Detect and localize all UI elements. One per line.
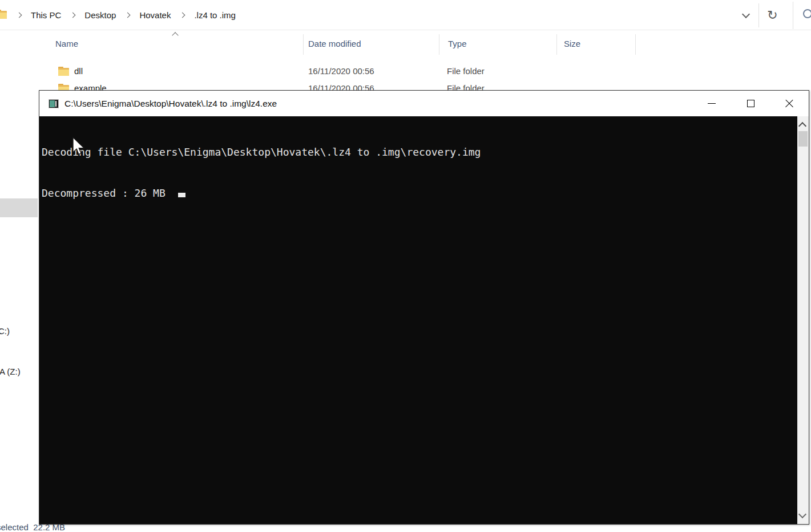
file-type: File folder (447, 66, 485, 76)
nav-pane-drive-z-label[interactable]: A (Z:) (0, 367, 21, 376)
toolbar-separator (793, 2, 793, 29)
file-row-dll[interactable]: dll 16/11/2020 00:56 File folder (38, 63, 636, 80)
console-output-line: Decompressed : 26 MB (42, 187, 166, 199)
chevron-right-icon (125, 12, 131, 18)
column-separator[interactable] (303, 34, 304, 55)
column-header-name[interactable]: Name (55, 39, 78, 48)
folder-icon (0, 10, 7, 19)
breadcrumb-desktop[interactable]: Desktop (84, 10, 116, 20)
chevron-down-icon (742, 10, 750, 18)
refresh-icon: ↻ (767, 9, 777, 22)
chevron-right-icon (180, 12, 185, 18)
column-separator[interactable] (635, 34, 636, 55)
address-dropdown-button[interactable] (733, 3, 758, 28)
window-controls (692, 91, 809, 116)
breadcrumb-this-pc[interactable]: This PC (31, 10, 61, 20)
file-date-modified: 16/11/2020 00:56 (308, 66, 374, 76)
console-title-bar[interactable]: C:\Users\Enigma\Desktop\Hovatek\.lz4 to … (39, 91, 809, 116)
block-cursor (178, 193, 185, 197)
console-window-title: C:\Users\Enigma\Desktop\Hovatek\.lz4 to … (64, 99, 277, 109)
minimize-icon (708, 103, 716, 104)
column-header-type[interactable]: Type (448, 39, 467, 48)
nav-pane-drive-c-label[interactable]: C:) (0, 326, 10, 336)
console-icon (49, 99, 59, 108)
chevron-up-icon[interactable] (798, 122, 806, 130)
chevron-right-icon (17, 12, 22, 18)
breadcrumb: This PC Desktop Hovatek .lz4 to .img (17, 0, 236, 30)
folder-icon (58, 67, 69, 76)
console-output-line: Decoding file C:\Users\Enigma\Desktop\Ho… (42, 145, 481, 159)
address-bar: This PC Desktop Hovatek .lz4 to .img ↻ (0, 0, 811, 30)
chevron-right-icon (70, 12, 76, 18)
column-header-row: Name Date modified Type Size (0, 30, 811, 58)
close-icon (785, 99, 794, 108)
column-separator[interactable] (439, 34, 439, 55)
chevron-down-icon[interactable] (798, 510, 806, 518)
console-output-area: Decoding file C:\Users\Enigma\Desktop\Ho… (39, 116, 809, 524)
sort-ascending-icon (172, 32, 178, 38)
breadcrumb-hovatek[interactable]: Hovatek (139, 10, 171, 20)
close-button[interactable] (770, 91, 809, 116)
nav-pane-selected-item[interactable] (0, 198, 38, 217)
minimize-button[interactable] (692, 91, 731, 116)
column-separator[interactable] (556, 34, 557, 55)
maximize-icon (747, 100, 754, 107)
column-header-date-modified[interactable]: Date modified (308, 39, 361, 48)
arrow-pointer (72, 137, 86, 156)
scrollbar-thumb[interactable] (798, 131, 808, 147)
breadcrumb-lz4-to-img[interactable]: .lz4 to .img (194, 10, 236, 20)
column-header-size[interactable]: Size (564, 39, 580, 48)
file-name: dll (74, 66, 83, 76)
console-window: C:\Users\Enigma\Desktop\Hovatek\.lz4 to … (39, 90, 809, 525)
maximize-button[interactable] (731, 91, 770, 116)
refresh-button[interactable]: ↻ (759, 3, 786, 28)
console-scrollbar[interactable] (797, 116, 809, 524)
search-icon[interactable] (803, 9, 811, 18)
